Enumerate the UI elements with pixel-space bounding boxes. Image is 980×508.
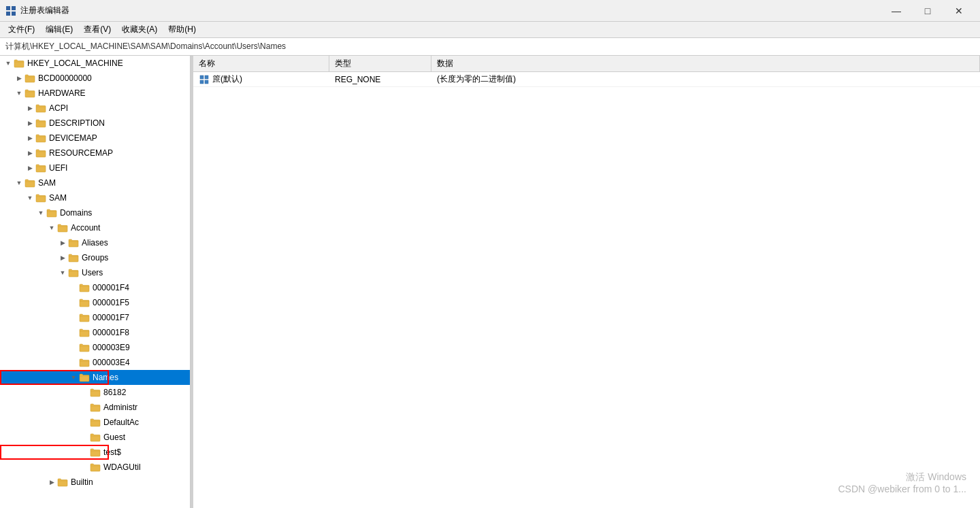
tree-expander-domains[interactable] (35, 207, 46, 218)
tree-expander-n1[interactable] (79, 387, 90, 398)
tree-item-users[interactable]: Users (0, 265, 190, 280)
tree-expander-description[interactable] (24, 118, 35, 129)
tree-item-hklm[interactable]: HKEY_LOCAL_MACHINE (0, 56, 190, 71)
folder-icon-n1 (90, 387, 101, 398)
tree-item-n2[interactable]: Administr (0, 400, 190, 415)
tree-label-names: Names (93, 373, 118, 382)
menu-edit[interactable]: 编辑(E) (40, 22, 78, 37)
tree-expander-names[interactable] (68, 372, 79, 383)
tree-label-n3: DefaultAc (103, 418, 139, 427)
folder-icon-hardware (24, 88, 35, 99)
tree-label-n4: Guest (103, 433, 125, 442)
minimize-button[interactable]: — (881, 0, 912, 22)
tree-item-u1[interactable]: 000001F4 (0, 280, 190, 295)
tree-expander-u3[interactable] (68, 312, 79, 323)
tree-expander-u1[interactable] (68, 282, 79, 293)
folder-icon-hklm (14, 58, 24, 69)
menu-favorites[interactable]: 收藏夹(A) (116, 22, 163, 37)
tree-expander-builtin[interactable] (46, 477, 57, 488)
tree-label-uefi: UEFI (49, 163, 67, 173)
tree-item-devicemap[interactable]: DEVICEMAP (0, 131, 190, 146)
menu-file[interactable]: 文件(F) (3, 22, 40, 37)
menu-view[interactable]: 查看(V) (78, 22, 116, 37)
tree-expander-u5[interactable] (68, 342, 79, 353)
tree-item-u2[interactable]: 000001F5 (0, 295, 190, 310)
tree-label-u5: 000003E9 (93, 343, 130, 352)
tree-label-u4: 000001F8 (93, 328, 129, 337)
tree-expander-n3[interactable] (79, 417, 90, 428)
tree-expander-n6[interactable] (79, 462, 90, 473)
tree-label-n6: WDAGUtil (103, 462, 141, 472)
tree-expander-uefi[interactable] (24, 163, 35, 173)
folder-icon-uefi (35, 163, 46, 173)
col-header-data[interactable]: 数据 (431, 56, 980, 71)
tree-expander-n4[interactable] (79, 432, 90, 443)
tree-item-description[interactable]: DESCRIPTION (0, 116, 190, 131)
tree-item-names[interactable]: Names (0, 370, 190, 385)
tree-expander-sam[interactable] (14, 177, 24, 188)
tree-item-u3[interactable]: 000001F7 (0, 310, 190, 325)
window-title: 注册表编辑器 (20, 5, 881, 16)
tree-expander-account[interactable] (46, 222, 57, 233)
tree-item-resourcemap[interactable]: RESOURCEMAP (0, 146, 190, 160)
tree-item-u4[interactable]: 000001F8 (0, 325, 190, 340)
tree-item-n1[interactable]: 86182 (0, 385, 190, 400)
menu-help[interactable]: 帮助(H) (163, 22, 201, 37)
tree-label-sam: SAM (38, 178, 56, 188)
tree-expander-acpi[interactable] (24, 103, 35, 114)
folder-icon-aliases (68, 237, 79, 248)
tree-expander-n5[interactable] (79, 447, 90, 458)
tree-expander-resourcemap[interactable] (24, 148, 35, 158)
close-button[interactable]: ✕ (943, 0, 975, 22)
tree-item-groups[interactable]: Groups (0, 250, 190, 265)
tree-label-domains: Domains (60, 208, 92, 218)
tree-expander-n2[interactable] (79, 402, 90, 413)
tree-label-n5: test$ (103, 447, 121, 457)
tree-item-sam[interactable]: SAM (0, 175, 190, 190)
tree-item-n4[interactable]: Guest (0, 430, 190, 445)
tree-expander-aliases[interactable] (57, 237, 68, 248)
address-bar: 计算机\HKEY_LOCAL_MACHINE\SAM\SAM\Domains\A… (0, 38, 980, 56)
folder-icon-users (68, 267, 79, 278)
tree-label-u1: 000001F4 (93, 283, 129, 292)
col-header-type[interactable]: 类型 (329, 56, 431, 71)
tree-item-n5[interactable]: test$ (0, 445, 190, 460)
folder-icon-sam2 (35, 192, 46, 203)
folder-icon-u2 (79, 297, 90, 308)
tree-expander-u6[interactable] (68, 357, 79, 368)
tree-item-domains[interactable]: Domains (0, 205, 190, 220)
tree-item-bcd[interactable]: BCD00000000 (0, 71, 190, 86)
tree-expander-u2[interactable] (68, 297, 79, 308)
tree-expander-u4[interactable] (68, 327, 79, 338)
tree-expander-groups[interactable] (57, 252, 68, 263)
tree-expander-sam2[interactable] (24, 192, 35, 203)
tree-expander-bcd[interactable] (14, 73, 24, 84)
tree-item-u5[interactable]: 000003E9 (0, 340, 190, 355)
tree-item-n3[interactable]: DefaultAc (0, 415, 190, 430)
tree-expander-users[interactable] (57, 267, 68, 278)
tree-expander-hardware[interactable] (14, 88, 24, 99)
svg-rect-5 (205, 75, 208, 79)
tree-label-description: DESCRIPTION (49, 118, 105, 128)
svg-rect-7 (205, 80, 208, 84)
maximize-button[interactable]: □ (912, 0, 943, 22)
tree-item-sam2[interactable]: SAM (0, 190, 190, 205)
tree-item-n6[interactable]: WDAGUtil (0, 460, 190, 475)
tree-item-u6[interactable]: 000003E4 (0, 355, 190, 370)
tree-label-u2: 000001F5 (93, 298, 129, 307)
table-body: 䉀(默认) REG_NONE (长度为零的二进制值) (193, 72, 980, 508)
tree-item-account[interactable]: Account (0, 220, 190, 235)
tree-panel[interactable]: HKEY_LOCAL_MACHINE BCD00000000 HARDWARE … (0, 56, 191, 508)
folder-icon-acpi (35, 103, 46, 114)
tree-item-uefi[interactable]: UEFI (0, 160, 190, 175)
tree-expander-hklm[interactable] (3, 58, 14, 69)
tree-item-hardware[interactable]: HARDWARE (0, 86, 190, 101)
tree-label-resourcemap: RESOURCEMAP (49, 148, 113, 158)
tree-expander-devicemap[interactable] (24, 133, 35, 143)
tree-item-aliases[interactable]: Aliases (0, 235, 190, 250)
tree-item-acpi[interactable]: ACPI (0, 101, 190, 116)
table-header: 名称 类型 数据 (193, 56, 980, 72)
col-header-name[interactable]: 名称 (193, 56, 329, 71)
table-row[interactable]: 䉀(默认) REG_NONE (长度为零的二进制值) (193, 72, 980, 87)
tree-item-builtin[interactable]: Builtin (0, 475, 190, 490)
